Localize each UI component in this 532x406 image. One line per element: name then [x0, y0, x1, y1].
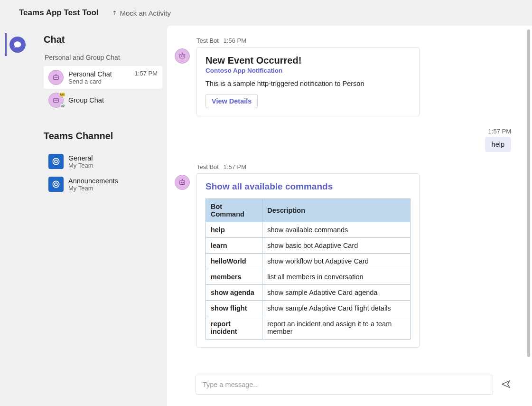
user-message: 1:57 PM help [175, 128, 513, 152]
sidebar: Chat Personal and Group Chat Personal Ch… [33, 26, 167, 406]
channel-subtitle: My Team [68, 185, 118, 192]
svg-point-10 [53, 181, 59, 187]
desc-cell: show sample Adaptive Card flight details [262, 301, 411, 316]
card-title: New Event Occurred! [205, 55, 411, 66]
svg-point-8 [53, 158, 59, 164]
cmd-cell: help [206, 222, 262, 238]
adaptive-card: Show all available commands Bot Command … [196, 173, 420, 348]
table-row: learnshow basic bot Adaptive Card [206, 238, 411, 254]
group-avatar-icon: MSAV [48, 93, 64, 108]
channels-section: Teams Channel General My Team An [44, 131, 162, 196]
bot-avatar-icon [175, 175, 190, 190]
team-avatar-icon [48, 154, 64, 169]
channel-item-text: General My Team [68, 154, 93, 169]
svg-point-16 [182, 53, 183, 54]
chat-item-text: Personal Chat Send a card [68, 70, 112, 85]
desc-cell: show available commands [262, 222, 411, 238]
sidebar-item-channel-announcements[interactable]: Announcements My Team [44, 173, 162, 196]
channel-section-header: Teams Channel [44, 131, 162, 142]
table-row: memberslist all members in conversation [206, 269, 411, 285]
composer [167, 368, 532, 406]
svg-point-21 [182, 179, 183, 180]
chat-item-time: 1:57 PM [135, 70, 158, 77]
card-heading: Show all available commands [205, 181, 411, 192]
app-root: Teams App Test Tool ⇡ Mock an Activity C… [0, 0, 532, 406]
svg-point-4 [56, 74, 56, 75]
chat-icon [9, 37, 26, 53]
message-time: 1:56 PM [224, 37, 246, 44]
send-icon [501, 379, 511, 389]
svg-rect-12 [180, 54, 185, 58]
table-header-row: Bot Command Description [206, 199, 411, 222]
message-content: Test Bot 1:57 PM Show all available comm… [196, 163, 420, 348]
sidebar-item-channel-general[interactable]: General My Team [44, 150, 162, 173]
table-row: helloWorldshow workflow bot Adaptive Car… [206, 254, 411, 269]
conversation-pane: Test Bot 1:56 PM New Event Occurred! Con… [167, 26, 532, 406]
channel-title: Announcements [68, 177, 118, 185]
rail-chat[interactable] [5, 33, 28, 56]
svg-point-14 [183, 56, 184, 57]
mock-activity-label: Mock an Activity [120, 9, 171, 17]
cmd-cell: helloWorld [206, 254, 262, 269]
sidebar-item-group-chat[interactable]: MSAV Group Chat [44, 89, 162, 112]
svg-point-11 [55, 183, 57, 186]
sidebar-item-personal-chat[interactable]: Personal Chat Send a card 1:57 PM [44, 66, 162, 89]
cmd-cell: show agenda [206, 285, 262, 301]
bot-avatar-icon [175, 48, 190, 64]
svg-rect-0 [54, 76, 59, 79]
app-body: Chat Personal and Group Chat Personal Ch… [0, 26, 532, 406]
message-sender: Test Bot [196, 37, 219, 44]
nav-rail [0, 26, 33, 406]
bot-message: Test Bot 1:57 PM Show all available comm… [175, 163, 513, 348]
cmd-cell: members [206, 269, 262, 285]
message-content: Test Bot 1:56 PM New Event Occurred! Con… [196, 37, 420, 116]
svg-rect-5 [54, 98, 59, 102]
cmd-cell: report incident [206, 316, 262, 340]
bot-avatar-icon [48, 70, 64, 85]
table-row: helpshow available commands [206, 222, 411, 238]
message-meta: Test Bot 1:56 PM [196, 37, 420, 44]
view-details-button[interactable]: View Details [205, 94, 258, 108]
cmd-cell: show flight [206, 301, 262, 316]
svg-point-7 [56, 100, 57, 101]
chat-section-header: Chat [44, 34, 162, 45]
topbar: Teams App Test Tool ⇡ Mock an Activity [0, 0, 532, 26]
scrollbar[interactable] [527, 29, 530, 357]
desc-cell: report an incident and assign it to a te… [262, 316, 411, 340]
bot-message: Test Bot 1:56 PM New Event Occurred! Con… [175, 37, 513, 116]
card-subtitle: Contoso App Notification [205, 67, 411, 74]
message-meta: Test Bot 1:57 PM [196, 163, 420, 170]
chat-item-title: Group Chat [68, 96, 104, 104]
desc-cell: show basic bot Adaptive Card [262, 238, 411, 254]
message-time: 1:57 PM [224, 163, 246, 170]
channel-subtitle: My Team [68, 162, 93, 169]
table-row: show flightshow sample Adaptive Card fli… [206, 301, 411, 316]
adaptive-card: New Event Occurred! Contoso App Notifica… [196, 47, 420, 116]
desc-cell: list all members in conversation [262, 269, 411, 285]
message-input[interactable] [196, 375, 493, 395]
svg-point-1 [55, 77, 56, 78]
table-row: show agendashow sample Adaptive Card age… [206, 285, 411, 301]
commands-table: Bot Command Description helpshow availab… [205, 198, 411, 340]
svg-point-19 [183, 182, 184, 183]
desc-cell: show workflow bot Adaptive Card [262, 254, 411, 269]
table-header-cmd: Bot Command [206, 199, 262, 222]
message-list: Test Bot 1:56 PM New Event Occurred! Con… [167, 26, 532, 368]
table-row: report incidentreport an incident and as… [206, 316, 411, 340]
svg-point-2 [56, 77, 57, 78]
svg-point-13 [181, 56, 182, 57]
table-header-desc: Description [262, 199, 411, 222]
desc-cell: show sample Adaptive Card agenda [262, 285, 411, 301]
cmd-cell: learn [206, 238, 262, 254]
chat-item-text: Group Chat [68, 96, 104, 104]
message-sender: Test Bot [196, 163, 219, 170]
chat-subheader: Personal and Group Chat [44, 54, 162, 61]
user-bubble: help [485, 137, 511, 152]
send-button[interactable] [499, 377, 513, 393]
channel-item-text: Announcements My Team [68, 177, 118, 192]
svg-point-6 [55, 100, 56, 101]
svg-point-9 [55, 160, 57, 163]
mock-activity-link[interactable]: ⇡ Mock an Activity [112, 9, 171, 17]
upload-icon: ⇡ [112, 9, 117, 17]
svg-rect-17 [180, 180, 185, 184]
